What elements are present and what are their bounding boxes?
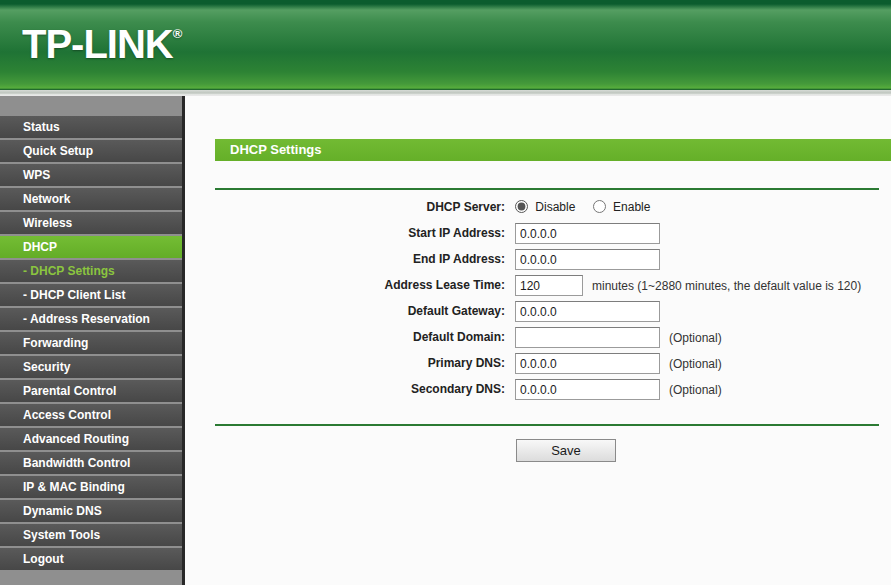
sidebar-item-network[interactable]: Network xyxy=(0,188,182,210)
router-admin-page: TP-LINK® Status Quick Setup WPS Network … xyxy=(0,0,891,585)
bottom-separator xyxy=(215,424,879,426)
sidebar-item-dhcp-client-list[interactable]: - DHCP Client List xyxy=(0,284,182,306)
dhcp-server-enable-label[interactable]: Enable xyxy=(613,200,650,214)
sidebar-item-security[interactable]: Security xyxy=(0,356,182,378)
end-ip-label: End IP Address: xyxy=(185,248,505,274)
logo-text: TP-LINK xyxy=(22,22,173,66)
lease-time-label: Address Lease Time: xyxy=(185,274,505,300)
page-title: DHCP Settings xyxy=(215,139,891,161)
dhcp-server-enable-radio[interactable] xyxy=(593,200,606,213)
sidebar-item-dhcp[interactable]: DHCP xyxy=(0,236,182,258)
form-row-secondary-dns: Secondary DNS: (Optional) xyxy=(185,378,891,404)
sidebar-item-advanced-routing[interactable]: Advanced Routing xyxy=(0,428,182,450)
form-row-start-ip: Start IP Address: xyxy=(185,222,891,248)
form-row-lease-time: Address Lease Time: minutes (1~2880 minu… xyxy=(185,274,891,300)
primary-dns-input[interactable] xyxy=(515,353,660,374)
lease-time-note: minutes (1~2880 minutes, the default val… xyxy=(592,279,861,293)
domain-label: Default Domain: xyxy=(185,326,505,352)
start-ip-input[interactable] xyxy=(515,223,660,244)
dhcp-server-radio-group: Disable Enable xyxy=(515,196,664,222)
start-ip-label: Start IP Address: xyxy=(185,222,505,248)
primary-dns-label: Primary DNS: xyxy=(185,352,505,378)
domain-input[interactable] xyxy=(515,327,660,348)
sidebar-item-access-control[interactable]: Access Control xyxy=(0,404,182,426)
form-row-gateway: Default Gateway: xyxy=(185,300,891,326)
sidebar-item-status[interactable]: Status xyxy=(0,116,182,138)
sidebar-item-parental-control[interactable]: Parental Control xyxy=(0,380,182,402)
tplink-logo: TP-LINK® xyxy=(22,22,182,67)
primary-dns-note: (Optional) xyxy=(669,357,722,371)
dhcp-server-disable-radio[interactable] xyxy=(515,200,528,213)
secondary-dns-label: Secondary DNS: xyxy=(185,378,505,404)
top-separator xyxy=(215,188,879,190)
gateway-label: Default Gateway: xyxy=(185,300,505,326)
secondary-dns-input[interactable] xyxy=(515,379,660,400)
sidebar-item-address-reservation[interactable]: - Address Reservation xyxy=(0,308,182,330)
sidebar-item-forwarding[interactable]: Forwarding xyxy=(0,332,182,354)
registered-mark: ® xyxy=(173,26,183,41)
form-row-dhcp-server: DHCP Server: Disable Enable xyxy=(185,196,891,222)
sidebar-item-bandwidth-control[interactable]: Bandwidth Control xyxy=(0,452,182,474)
sidebar-item-system-tools[interactable]: System Tools xyxy=(0,524,182,546)
form-row-end-ip: End IP Address: xyxy=(185,248,891,274)
sidebar-item-wireless[interactable]: Wireless xyxy=(0,212,182,234)
end-ip-input[interactable] xyxy=(515,249,660,270)
sidebar-item-wps[interactable]: WPS xyxy=(0,164,182,186)
gateway-input[interactable] xyxy=(515,301,660,322)
save-button[interactable]: Save xyxy=(516,439,616,462)
sidebar-item-logout[interactable]: Logout xyxy=(0,548,182,570)
dhcp-server-disable-label[interactable]: Disable xyxy=(535,200,575,214)
sidebar-item-ip-mac-binding[interactable]: IP & MAC Binding xyxy=(0,476,182,498)
sidebar-item-quick-setup[interactable]: Quick Setup xyxy=(0,140,182,162)
form-row-domain: Default Domain: (Optional) xyxy=(185,326,891,352)
secondary-dns-note: (Optional) xyxy=(669,383,722,397)
sidebar-menu: Status Quick Setup WPS Network Wireless … xyxy=(0,96,182,585)
page-header: TP-LINK® xyxy=(0,0,891,90)
main-content: DHCP Settings DHCP Server: Disable Enabl… xyxy=(185,96,891,585)
lease-time-input[interactable] xyxy=(515,275,583,296)
sidebar-item-dhcp-settings[interactable]: - DHCP Settings xyxy=(0,260,182,282)
sidebar-item-dynamic-dns[interactable]: Dynamic DNS xyxy=(0,500,182,522)
domain-note: (Optional) xyxy=(669,331,722,345)
form-row-primary-dns: Primary DNS: (Optional) xyxy=(185,352,891,378)
dhcp-server-label: DHCP Server: xyxy=(185,196,505,222)
